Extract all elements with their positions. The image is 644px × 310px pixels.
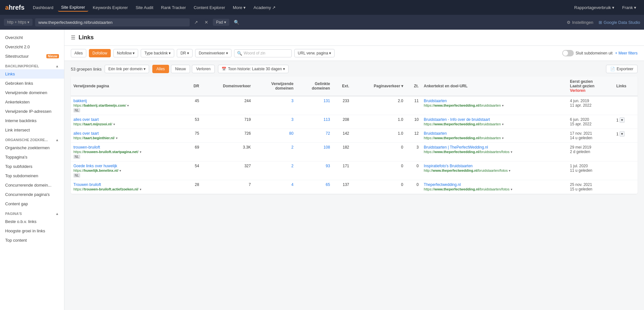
anchor-title-link[interactable]: Theperfectwedding.nl [424, 182, 461, 187]
gelinkte-link[interactable]: 65 [326, 182, 330, 187]
chevron-down-icon[interactable]: ▾ [140, 150, 141, 154]
logo[interactable]: ahrefs [5, 4, 24, 11]
sidebar-item-overzicht[interactable]: Overzicht [0, 33, 64, 42]
col-verwijzende-domeinen[interactable]: Verwijzendedomeinen [253, 76, 296, 96]
col-dr[interactable]: DR [185, 76, 202, 96]
page-url-link[interactable]: https://bakkerij.startbewijs.com/ [73, 103, 126, 107]
verwijzende-link[interactable]: 80 [289, 131, 293, 136]
sidebar-item-verwijzende-ip[interactable]: Verwijzende IP-adressen [0, 107, 64, 116]
chevron-down-anchor-icon[interactable]: ▾ [511, 150, 512, 154]
col-zt[interactable]: Zt. [406, 76, 421, 96]
sidebar-item-top-content[interactable]: Top content [0, 236, 64, 245]
gelinkte-link[interactable]: 131 [324, 99, 330, 103]
subdomein-toggle[interactable] [562, 50, 574, 56]
chevron-down-anchor-icon[interactable]: ▾ [502, 136, 504, 140]
page-url-link[interactable]: https://huwelijk.benelinx.nl/ [73, 169, 118, 172]
sidebar-item-toppaginas[interactable]: Toppagina's [0, 152, 64, 162]
sidebar-item-concurrerende-paginas[interactable]: Concurrerende pagina's [0, 190, 64, 199]
url-input[interactable] [35, 18, 190, 26]
chevron-down-icon[interactable]: ▾ [113, 122, 115, 126]
sidebar-item-gebroken-links[interactable]: Gebroken links [0, 79, 64, 88]
chevron-down-anchor-icon[interactable]: ▾ [511, 188, 512, 191]
sidebar-item-concurrerende-domein[interactable]: Concurrerende domein... [0, 180, 64, 190]
col-paginaverkeer[interactable]: Paginaverkeer ▾ [352, 76, 406, 96]
section-paginas[interactable]: Pagina's ▲ [0, 208, 64, 217]
anchor-url-link[interactable]: https://www.theperfectwedding.nl/bruidst… [424, 150, 509, 154]
col-gelinkte-domeinen[interactable]: Gelinktedomeinen [296, 76, 333, 96]
page-title-link[interactable]: Goede links over huwelijk [73, 164, 117, 168]
settings-button[interactable]: ⚙ Instellingen [564, 19, 596, 26]
section-backlinkprofiel[interactable]: Backlinkprofiel ▲ [0, 61, 64, 69]
nav-site-explorer[interactable]: Site Explorer [58, 4, 88, 12]
pad-button[interactable]: Pad ▾ [213, 19, 229, 26]
search-icon[interactable]: 🔍 [232, 18, 241, 26]
page-title-link[interactable]: Trouwen bruiloft [73, 182, 101, 187]
filter-domeinverkeer[interactable]: Domeinverkeer ▾ [195, 49, 232, 57]
sidebar-item-organische-zoektermen[interactable]: Organische zoektermen [0, 143, 64, 152]
anchor-title-link[interactable]: Bruidstaarten - Info over de bruidstaart [424, 117, 490, 122]
tab-verloren[interactable]: Verloren [192, 65, 215, 73]
sidebar-item-links[interactable]: Links [0, 69, 64, 79]
chevron-down-icon[interactable]: ▾ [127, 104, 129, 107]
sidebar-item-top-subdomeinen[interactable]: Top subdomeinen [0, 171, 64, 180]
anchor-url-link[interactable]: https://www.theperfectwedding.nl/bruidst… [424, 103, 501, 107]
filter-nofollow[interactable]: Nofollow ▾ [113, 49, 138, 57]
filter-type-backlink[interactable]: Type backlink ▾ [141, 49, 174, 57]
user-dropdown[interactable]: Frank ▾ [620, 4, 639, 11]
chevron-down-anchor-icon[interactable]: ▾ [509, 169, 510, 172]
page-url-link[interactable]: https://trouwen-bruiloft.startpagina.net… [73, 150, 138, 154]
page-url-link[interactable]: https://taart.beginthier.nl/ [73, 136, 115, 140]
gelinkte-link[interactable]: 72 [326, 131, 330, 136]
sidebar-item-interne-backlinks[interactable]: Interne backlinks [0, 116, 64, 125]
page-title-link[interactable]: alles over taart [73, 117, 99, 122]
sidebar-item-link-intersect[interactable]: Link intersect [0, 125, 64, 135]
verwijzende-link[interactable]: 3 [291, 99, 294, 103]
sidebar-item-verwijzende-domeinen[interactable]: Verwijzende domeinen [0, 88, 64, 97]
anchor-url-link[interactable]: https://www.theperfectwedding.nl/bruidst… [424, 187, 509, 191]
chevron-down-icon[interactable]: ▾ [119, 169, 121, 172]
anchor-url-link[interactable]: https://www.theperfectwedding.nl/bruidst… [424, 122, 501, 126]
chevron-down-icon[interactable]: ▾ [140, 188, 141, 191]
clear-icon[interactable]: ✕ [203, 18, 210, 26]
protocol-button[interactable]: http + https ▾ [4, 19, 33, 26]
anchor-title-link[interactable]: Bruidstaarten | ThePerfectWedding.nl [424, 145, 488, 150]
nav-academy[interactable]: Academy ↗ [250, 4, 279, 11]
nav-dashboard[interactable]: Dashboard [30, 4, 57, 11]
verwijzende-link[interactable]: 4 [291, 182, 294, 187]
verwijzende-link[interactable]: 2 [291, 145, 294, 150]
page-title-link[interactable]: bakkerij [73, 99, 87, 103]
filter-url-pagina[interactable]: URL verw. pagina ▾ [294, 49, 335, 57]
section-organische[interactable]: Organische zoekre... ▲ [0, 135, 64, 143]
nav-content-explorer[interactable]: Content Explorer [190, 4, 228, 11]
col-domeinverkeer[interactable]: Domeinverkeer [202, 76, 253, 96]
rapportage-dropdown[interactable]: Rapportageverbruik ▾ [572, 4, 617, 11]
filter-dr[interactable]: DR ▾ [177, 49, 193, 57]
tab-alles[interactable]: Alles [152, 65, 169, 73]
sidebar-item-hoogste-groei[interactable]: Hoogste groei in links [0, 226, 64, 236]
page-url-link[interactable]: https://taart.mijnzooi.nl/ [73, 122, 112, 126]
tab-nieuw[interactable]: Nieuw [171, 65, 190, 73]
chevron-down-anchor-icon[interactable]: ▾ [502, 104, 504, 107]
anchor-title-link[interactable]: Inspiratiefoto's Bruidstaarten [424, 164, 473, 168]
filter-alles[interactable]: Alles [71, 49, 86, 57]
nav-rank-tracker[interactable]: Rank Tracker [158, 4, 189, 11]
gelinkte-link[interactable]: 93 [326, 164, 330, 168]
page-url-link[interactable]: https://trouwen-bruiloft.actiefzoeken.nl… [73, 187, 138, 191]
col-ext[interactable]: Ext. [333, 76, 352, 96]
anchor-title-link[interactable]: Bruidstaarten [424, 99, 447, 103]
sidebar-item-overzicht2[interactable]: Overzicht 2.0 [0, 42, 64, 52]
export-button[interactable]: 📄 Exporteer [606, 65, 638, 73]
links-dropdown[interactable]: ▾ [620, 117, 625, 123]
hamburger-icon[interactable]: ☰ [71, 34, 75, 41]
verwijzende-link[interactable]: 2 [291, 164, 294, 168]
nav-keywords-explorer[interactable]: Keywords Explorer [90, 4, 131, 11]
links-dropdown[interactable]: ▾ [620, 131, 625, 137]
history-button[interactable]: 📅 Toon historie: Laatste 30 dagen ▾ [218, 65, 289, 73]
keyword-input[interactable] [244, 51, 289, 55]
verwijzende-link[interactable]: 3 [291, 117, 294, 122]
anchor-url-link[interactable]: http://www.theperfectwedding.nl/bruidsta… [424, 169, 508, 172]
open-external-icon[interactable]: ↗ [192, 18, 200, 26]
sidebar-item-sitestructuur[interactable]: Sitestructuur Nieuw [0, 52, 64, 61]
anchor-url-link[interactable]: https://www.theperfectwedding.nl/bruidst… [424, 136, 501, 140]
sidebar-item-content-gap[interactable]: Content gap [0, 199, 64, 208]
